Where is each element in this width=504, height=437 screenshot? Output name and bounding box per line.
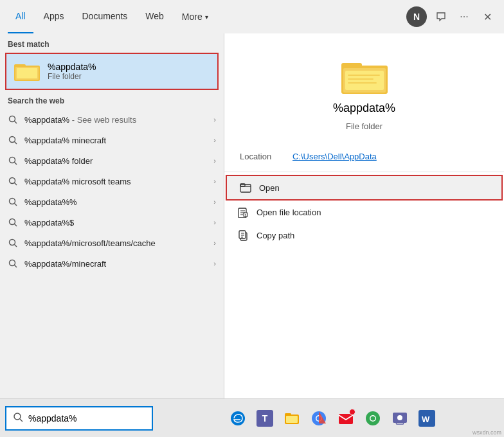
open-file-location-label: Open file location: [256, 208, 321, 217]
result-percent[interactable]: %appdata%% ›: [0, 192, 224, 212]
svg-point-16: [10, 240, 15, 245]
best-match-subtitle: File folder: [48, 72, 96, 81]
search-icon-3: [8, 156, 18, 166]
svg-text:T: T: [262, 413, 268, 424]
action-open[interactable]: Open: [226, 175, 503, 201]
tab-documents[interactable]: Documents: [74, 0, 135, 33]
search-box-input[interactable]: %appdata%: [28, 413, 145, 424]
svg-rect-26: [348, 82, 377, 84]
svg-rect-23: [345, 71, 384, 90]
result-text-5: %appdata%%: [24, 197, 207, 207]
location-link[interactable]: C:\Users\Dell\AppData: [292, 152, 377, 161]
action-open-file-location[interactable]: Open file location: [224, 201, 504, 224]
svg-line-9: [15, 163, 17, 165]
taskbar-teams-icon[interactable]: T: [253, 406, 277, 431]
action-copy-path[interactable]: Copy path: [224, 224, 504, 247]
close-icon[interactable]: ✕: [478, 8, 496, 26]
location-label: Location: [240, 152, 285, 161]
svg-point-18: [10, 260, 15, 266]
tab-all[interactable]: All: [8, 0, 33, 33]
best-match-item[interactable]: %appdata% File folder: [5, 53, 219, 90]
svg-rect-24: [348, 75, 380, 76]
svg-point-8: [10, 157, 15, 163]
svg-line-13: [15, 204, 17, 206]
copy-path-label: Copy path: [256, 231, 294, 240]
detail-location: Location C:\Users\Dell\AppData: [224, 144, 504, 169]
svg-point-14: [10, 219, 15, 225]
user-avatar[interactable]: N: [406, 6, 427, 27]
taskbar-word-icon[interactable]: W: [415, 406, 439, 431]
open-label: Open: [259, 183, 280, 193]
search-icon-7: [8, 238, 18, 248]
svg-point-4: [10, 116, 15, 122]
best-match-label: Best match: [0, 33, 224, 53]
result-dollar[interactable]: %appdata%$ ›: [0, 212, 224, 233]
result-minecraft[interactable]: %appdata% minecraft ›: [0, 130, 224, 150]
chevron-right-icon-3: ›: [213, 157, 216, 165]
taskbar-chrome-icon[interactable]: [307, 406, 331, 431]
svg-text:W: W: [422, 415, 430, 424]
svg-line-34: [20, 419, 22, 422]
svg-line-15: [15, 224, 17, 227]
svg-rect-3: [17, 68, 37, 78]
best-match-text: %appdata% File folder: [48, 62, 96, 81]
svg-point-49: [397, 415, 402, 420]
mail-notification-dot: [349, 409, 356, 415]
search-icon: [8, 114, 18, 125]
taskbar-icons-group: T: [153, 406, 504, 431]
svg-point-10: [10, 178, 15, 184]
svg-rect-28: [240, 184, 245, 186]
chevron-right-icon-7: ›: [213, 239, 216, 247]
search-web-label: Search the web: [0, 90, 224, 109]
taskbar-edge-icon[interactable]: [226, 406, 250, 431]
folder-icon: [14, 60, 40, 82]
chevron-right-icon-4: ›: [213, 177, 216, 185]
result-teams[interactable]: %appdata% microsoft teams ›: [0, 171, 224, 192]
taskbar-chrome2-icon[interactable]: [361, 406, 385, 431]
svg-rect-44: [339, 414, 353, 424]
taskbar-mail-icon[interactable]: [334, 406, 358, 431]
tab-more[interactable]: More ▾: [174, 0, 216, 33]
svg-line-5: [15, 121, 17, 124]
result-folder[interactable]: %appdata% folder ›: [0, 150, 224, 171]
search-icon-4: [8, 176, 18, 186]
file-location-icon: [237, 206, 249, 218]
search-icon-6: [8, 217, 18, 227]
more-options-icon[interactable]: ···: [455, 8, 473, 26]
svg-rect-25: [348, 78, 374, 80]
result-cache[interactable]: %appdata%/microsoft/teams/cache ›: [0, 233, 224, 253]
svg-line-19: [15, 265, 17, 268]
feedback-icon[interactable]: [432, 8, 450, 26]
search-box-icon: [13, 412, 23, 424]
taskbar-remote-icon[interactable]: [388, 406, 412, 431]
svg-point-6: [10, 137, 15, 143]
taskbar-explorer-icon[interactable]: [280, 406, 304, 431]
left-panel: Best match %appdata% File folder Search …: [0, 33, 224, 398]
result-text-4: %appdata% microsoft teams: [24, 177, 207, 186]
tab-web[interactable]: Web: [138, 0, 172, 33]
svg-rect-27: [240, 184, 251, 192]
search-icon-5: [8, 197, 18, 207]
result-web-search[interactable]: %appdata% - See web results ›: [0, 109, 224, 130]
chevron-right-icon-6: ›: [213, 219, 216, 226]
result-text-2: %appdata% minecraft: [24, 136, 207, 145]
detail-header: %appdata% File folder: [224, 33, 504, 144]
chevron-right-icon-5: ›: [213, 198, 216, 206]
divider-1: [224, 172, 504, 172]
search-panel: All Apps Documents Web More ▾ N ··· ✕ Be…: [0, 0, 504, 437]
right-panel: %appdata% File folder Location C:\Users\…: [224, 33, 504, 398]
watermark: wsxdn.com: [473, 429, 501, 436]
result-text-8: %appdata%/minecraft: [24, 259, 207, 269]
search-box[interactable]: %appdata%: [5, 406, 153, 431]
tab-apps[interactable]: Apps: [36, 0, 72, 33]
open-icon: [240, 182, 251, 193]
chevron-right-icon-8: ›: [213, 260, 216, 267]
result-text: %appdata% - See web results: [24, 115, 207, 125]
result-minecraft2[interactable]: %appdata%/minecraft ›: [0, 253, 224, 274]
chevron-right-icon: ›: [213, 116, 216, 123]
result-text-7: %appdata%/microsoft/teams/cache: [24, 238, 207, 248]
top-nav: All Apps Documents Web More ▾ N ··· ✕: [0, 0, 504, 33]
main-content: Best match %appdata% File folder Search …: [0, 33, 504, 398]
svg-point-47: [371, 416, 375, 420]
nav-actions: N ··· ✕: [406, 6, 496, 27]
